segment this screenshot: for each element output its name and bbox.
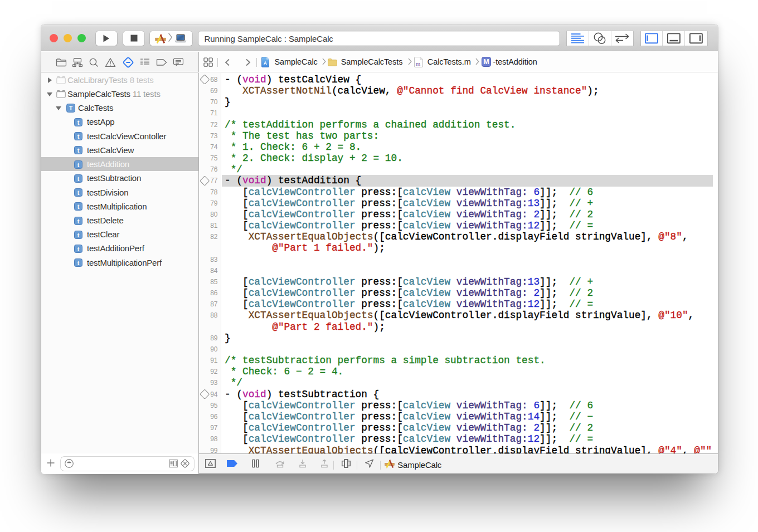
svg-text:t: t <box>77 217 80 224</box>
svg-text:t: t <box>77 147 80 154</box>
svg-text:T: T <box>69 105 73 111</box>
svg-text:t: t <box>77 189 80 196</box>
svg-text:t: t <box>77 133 80 140</box>
svg-text:t: t <box>77 260 80 266</box>
svg-text:t: t <box>77 203 80 210</box>
svg-text:m: m <box>416 60 421 66</box>
svg-text:t: t <box>77 161 80 168</box>
svg-text:M: M <box>483 58 489 66</box>
svg-text:t: t <box>77 175 80 182</box>
svg-text:t: t <box>77 119 80 125</box>
svg-text:t: t <box>77 231 80 238</box>
svg-text:t: t <box>77 245 80 252</box>
